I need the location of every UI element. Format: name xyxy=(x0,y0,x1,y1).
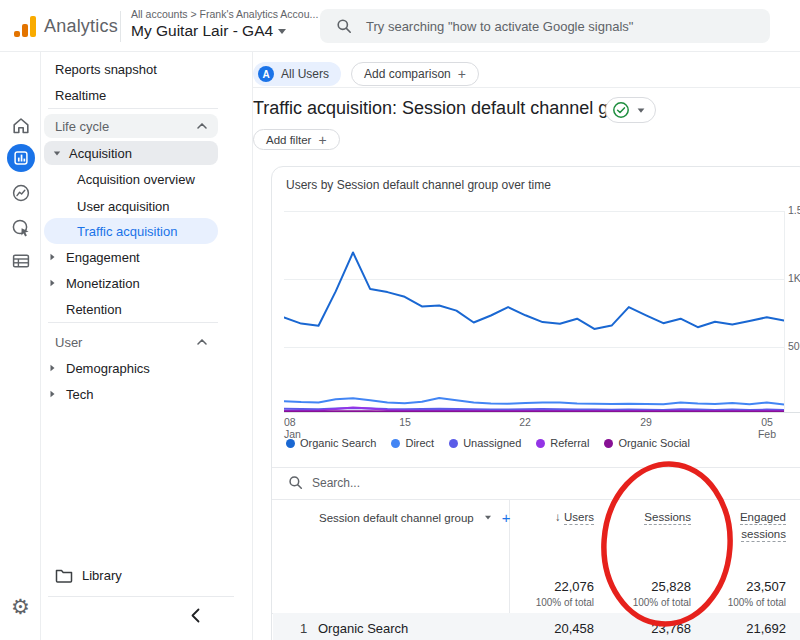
legend-item: Organic Social xyxy=(604,437,690,449)
row-sessions: 23,768 xyxy=(601,621,691,636)
plus-icon: + xyxy=(318,132,326,148)
x-tick: 05Feb xyxy=(758,416,776,440)
collapsed-triangle-icon xyxy=(51,280,55,286)
collapsed-triangle-icon xyxy=(51,391,55,397)
chart-legend: Organic SearchDirectUnassignedReferralOr… xyxy=(286,437,690,449)
legend-dot xyxy=(391,439,400,448)
sidebar-item-library[interactable]: Library xyxy=(55,564,122,586)
dimension-header-dropdown[interactable]: Session default channel group + xyxy=(319,509,511,526)
advertising-icon[interactable] xyxy=(0,218,41,238)
collapsed-triangle-icon xyxy=(51,254,55,260)
row-users: 20,458 xyxy=(504,621,594,636)
search-icon xyxy=(288,475,303,490)
search-placeholder: Try searching "how to activate Google si… xyxy=(366,19,633,34)
totals-sessions-pct: 100% of total xyxy=(601,597,691,608)
sidebar-divider xyxy=(48,322,218,323)
header-divider xyxy=(120,11,121,42)
y-tick-label: 1K xyxy=(788,272,800,285)
series-line-direct xyxy=(284,398,784,405)
totals-users: 22,076 xyxy=(504,579,594,594)
x-tick: 29 xyxy=(640,416,652,428)
plot-right-border xyxy=(784,211,785,412)
home-icon[interactable] xyxy=(0,116,41,136)
property-selector[interactable]: My Guitar Lair - GA4 xyxy=(131,22,286,40)
sidebar-divider xyxy=(48,108,218,109)
totals-engaged-pct: 100% of total xyxy=(696,597,786,608)
chevron-up-icon xyxy=(197,339,207,345)
sidebar-item-user-acquisition[interactable]: User acquisition xyxy=(77,195,170,217)
column-header-sessions[interactable]: Sessions xyxy=(601,509,691,526)
logo-dot xyxy=(14,31,20,37)
sidebar-item-retention[interactable]: Retention xyxy=(66,298,122,320)
legend-label: Organic Social xyxy=(618,437,690,449)
chevron-down-icon xyxy=(485,516,491,520)
totals-engaged: 23,507 xyxy=(696,579,786,594)
explore-icon[interactable] xyxy=(0,183,41,203)
legend-dot xyxy=(536,439,545,448)
legend-item: Unassigned xyxy=(449,437,521,449)
legend-item: Direct xyxy=(391,437,434,449)
settings-gear-icon[interactable]: ⚙ xyxy=(0,596,41,618)
property-name: My Guitar Lair - GA4 xyxy=(131,22,273,40)
y-tick-label: 500 xyxy=(788,340,800,353)
legend-dot xyxy=(604,439,613,448)
sidebar-divider xyxy=(48,596,234,597)
add-comparison-button[interactable]: Add comparison + xyxy=(351,62,479,86)
sidebar-item-reports-snapshot[interactable]: Reports snapshot xyxy=(55,58,157,80)
search-icon xyxy=(336,18,352,34)
sidebar-item-demographics[interactable]: Demographics xyxy=(50,357,150,379)
report-card: Users by Session default channel group o… xyxy=(271,166,800,640)
analytics-logo-icon[interactable] xyxy=(14,15,36,37)
plus-icon: + xyxy=(458,66,466,82)
legend-item: Organic Search xyxy=(286,437,376,449)
column-header-users[interactable]: ↓ Users xyxy=(504,509,594,526)
sort-arrow-icon: ↓ xyxy=(555,511,561,523)
sidebar-item-traffic-acquisition[interactable]: Traffic acquisition xyxy=(44,218,218,244)
sidebar-item-acquisition-overview[interactable]: Acquisition overview xyxy=(77,168,195,190)
sidebar-item-acquisition[interactable]: Acquisition xyxy=(44,141,218,165)
add-filter-button[interactable]: Add filter + xyxy=(253,129,340,150)
folder-icon xyxy=(55,568,73,583)
global-search-input[interactable]: Try searching "how to activate Google si… xyxy=(320,9,770,43)
sidebar-item-realtime[interactable]: Realtime xyxy=(55,84,106,106)
table-divider xyxy=(272,499,800,500)
logo-tall-bar xyxy=(30,16,36,37)
section-header-lifecycle[interactable]: Life cycle xyxy=(44,114,218,138)
header-divider xyxy=(253,87,800,88)
x-tick: 15 xyxy=(399,416,411,428)
legend-label: Organic Search xyxy=(300,437,376,449)
row-engaged: 21,692 xyxy=(696,621,786,636)
main-content: A All Users Add comparison + Traffic acq… xyxy=(253,52,800,640)
sidebar-item-engagement[interactable]: Engagement xyxy=(50,246,140,268)
all-users-label: All Users xyxy=(281,67,329,81)
logo-mid-bar xyxy=(22,24,28,37)
row-channel: Organic Search xyxy=(318,621,408,636)
reports-active-bubble xyxy=(7,144,35,172)
library-grid-icon[interactable] xyxy=(0,251,41,271)
collapse-sidebar-chevron-icon[interactable] xyxy=(191,608,200,626)
reports-icon[interactable] xyxy=(0,144,41,172)
legend-dot xyxy=(286,439,295,448)
legend-item: Referral xyxy=(536,437,589,449)
table-search-input[interactable]: Search... xyxy=(288,475,360,490)
product-name: Analytics xyxy=(44,16,118,37)
report-status-dropdown[interactable] xyxy=(605,97,656,123)
section-header-user[interactable]: User xyxy=(44,330,218,354)
column-header-engaged-sessions[interactable]: Engaged sessions xyxy=(696,509,786,543)
collapsed-triangle-icon xyxy=(51,365,55,371)
sidebar-item-tech[interactable]: Tech xyxy=(50,383,93,405)
page-title: Traffic acquisition: Session default cha… xyxy=(253,98,644,119)
legend-dot xyxy=(449,439,458,448)
x-tick: 22 xyxy=(519,416,531,428)
sidebar-item-monetization[interactable]: Monetization xyxy=(50,272,140,294)
y-tick-label: 1.5K xyxy=(788,204,800,217)
all-users-chip[interactable]: A All Users xyxy=(253,62,341,86)
app-bar: Analytics All accounts > Frank's Analyti… xyxy=(0,0,800,52)
breadcrumb[interactable]: All accounts > Frank's Analytics Accou..… xyxy=(131,8,318,20)
check-circle-icon xyxy=(612,101,630,119)
legend-label: Direct xyxy=(405,437,434,449)
row-rank: 1 xyxy=(300,621,307,636)
all-users-avatar: A xyxy=(258,66,274,82)
chevron-up-icon xyxy=(197,123,207,129)
x-axis-line xyxy=(284,412,800,413)
